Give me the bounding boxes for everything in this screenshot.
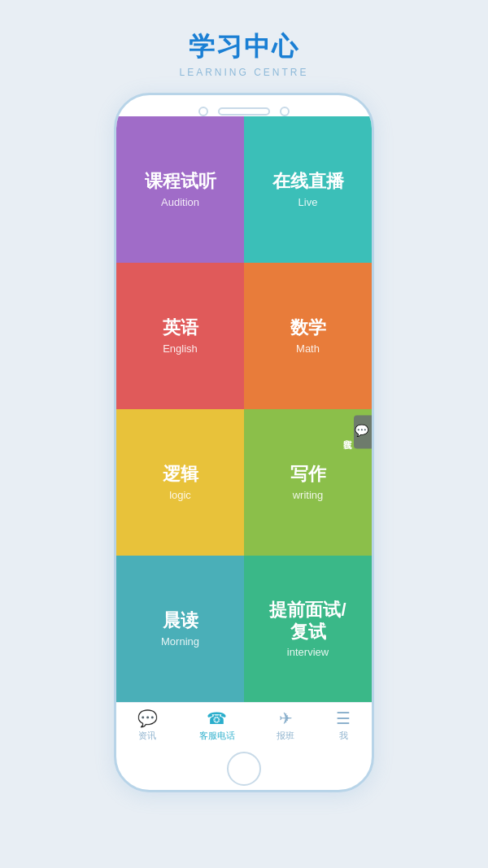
phone-camera [198, 107, 208, 116]
side-tab[interactable]: 💬 在线留言 [354, 416, 372, 449]
nav-item-phone[interactable]: ☎客服电话 [193, 705, 242, 745]
grid-cell-audition[interactable]: 课程试听Audition [116, 116, 244, 263]
nav-icon-news: 💬 [137, 709, 158, 728]
nav-item-me[interactable]: ☰我 [329, 705, 357, 745]
main-grid: 课程试听Audition在线直播Live英语English数学Math逻辑log… [116, 116, 372, 702]
phone-sensor [280, 107, 290, 116]
cell-en-interview: interview [287, 646, 329, 658]
nav-label-register: 报班 [277, 730, 294, 742]
nav-icon-register: ✈ [279, 709, 293, 728]
home-button[interactable] [227, 752, 261, 786]
cell-zh-math: 数学 [290, 317, 326, 338]
cell-en-writing: writing [293, 489, 324, 501]
grid-cell-math[interactable]: 数学Math [244, 263, 372, 409]
cell-en-logic: logic [169, 489, 191, 501]
phone-speaker [218, 107, 270, 116]
nav-icon-me: ☰ [336, 709, 351, 728]
nav-icon-phone: ☎ [207, 709, 227, 728]
grid-cell-logic[interactable]: 逻辑logic [116, 409, 244, 556]
cell-zh-writing: 写作 [290, 464, 326, 485]
cell-zh-logic: 逻辑 [163, 464, 198, 485]
header-title-zh: 学习中心 [179, 29, 308, 65]
phone-top-bar [116, 95, 372, 116]
phone-screen: 课程试听Audition在线直播Live英语English数学Math逻辑log… [116, 116, 372, 748]
grid-cell-english[interactable]: 英语English [116, 263, 244, 409]
cell-en-morning: Morning [161, 635, 199, 648]
grid-cell-live[interactable]: 在线直播Live [244, 116, 372, 263]
header-title-en: LEARNING CENTRE [179, 67, 308, 78]
cell-zh-audition: 课程试听 [145, 171, 216, 192]
cell-zh-live: 在线直播 [272, 171, 344, 192]
nav-label-me: 我 [339, 730, 348, 742]
nav-item-news[interactable]: 💬资讯 [131, 705, 164, 745]
page-header: 学习中心 LEARNING CENTRE [179, 29, 308, 78]
grid-cell-interview[interactable]: 提前面试/ 复试interview [244, 556, 372, 702]
grid-cell-writing[interactable]: 写作writing [244, 409, 372, 556]
nav-label-news: 资讯 [138, 730, 156, 742]
bottom-nav: 💬资讯☎客服电话✈报班☰我 [116, 702, 372, 748]
nav-label-phone: 客服电话 [199, 730, 235, 742]
cell-en-math: Math [296, 342, 320, 355]
side-tab-icon: 💬 [355, 424, 368, 438]
cell-zh-morning: 晨读 [163, 610, 198, 631]
phone-frame: 课程试听Audition在线直播Live英语English数学Math逻辑log… [114, 93, 374, 792]
cell-en-english: English [163, 342, 198, 355]
cell-en-live: Live [298, 196, 318, 208]
cell-zh-interview: 提前面试/ 复试 [269, 600, 346, 643]
phone-bottom [116, 748, 372, 790]
cell-en-audition: Audition [161, 196, 199, 208]
grid-cell-morning[interactable]: 晨读Morning [116, 556, 244, 702]
cell-zh-english: 英语 [163, 317, 198, 338]
nav-item-register[interactable]: ✈报班 [270, 705, 301, 745]
